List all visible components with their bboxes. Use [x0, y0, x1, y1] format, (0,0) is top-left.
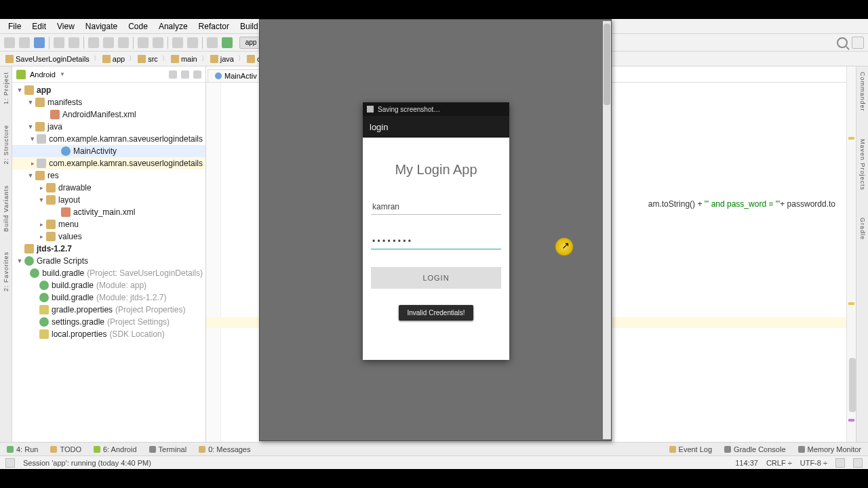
- inspections-icon[interactable]: [835, 458, 845, 468]
- tool-todo[interactable]: TODO: [47, 445, 84, 453]
- open-icon[interactable]: [4, 37, 15, 48]
- tree-node-res[interactable]: ▼res: [12, 169, 205, 182]
- emulator-scrollbar[interactable]: [603, 21, 611, 439]
- tree-node-app[interactable]: ▼app: [12, 84, 205, 96]
- redo-icon[interactable]: [68, 37, 79, 48]
- tree-node-main-activity[interactable]: MainActivity: [12, 145, 205, 157]
- toast-message: Invalid Credentials!: [399, 305, 473, 321]
- menu-code[interactable]: Code: [124, 20, 152, 33]
- gradle-icon: [39, 317, 49, 327]
- tool-memory-monitor[interactable]: Memory Monitor: [795, 445, 864, 453]
- tree-node-layout[interactable]: ▼layout: [12, 194, 205, 206]
- status-linecol[interactable]: 114:37: [735, 459, 758, 467]
- menu-build[interactable]: Build: [236, 20, 262, 33]
- left-tool-gutter: 1: Project 2: Structure Build Variants 2…: [0, 66, 12, 442]
- tree-node-build-gradle-jtds[interactable]: build.gradle(Module: jtds-1.2.7): [12, 291, 205, 304]
- tab-build-variants[interactable]: Build Variants: [3, 185, 9, 232]
- project-panel: Android ▼ ▼app ▼manifests AndroidManifes…: [12, 66, 206, 442]
- save-icon[interactable]: [19, 37, 30, 48]
- project-scope-selector[interactable]: Android: [30, 70, 56, 79]
- scrollbar-thumb[interactable]: [604, 24, 610, 105]
- tree-node-build-gradle-app[interactable]: build.gradle(Module: app): [12, 279, 205, 291]
- emulator-window[interactable]: Saving screenshot… login My Login App LO…: [259, 19, 612, 441]
- paste-icon[interactable]: [118, 37, 129, 48]
- menu-view[interactable]: View: [53, 20, 79, 33]
- tree-node-values[interactable]: ▸values: [12, 230, 205, 243]
- back-icon[interactable]: [172, 37, 183, 48]
- monitor-icon: [798, 446, 805, 453]
- tab-structure[interactable]: 2: Structure: [3, 125, 9, 165]
- tree-node-gradle-scripts[interactable]: ▼Gradle Scripts: [12, 255, 205, 267]
- search-icon[interactable]: [837, 37, 848, 48]
- tab-commander[interactable]: Commander: [859, 72, 866, 112]
- code-fragment: am.toString() + "' and pass_word = '"+ p…: [648, 199, 835, 209]
- breadcrumb-item[interactable]: java: [209, 54, 237, 64]
- menu-refactor[interactable]: Refactor: [195, 20, 233, 33]
- separator-icon: [202, 37, 203, 49]
- tab-favorites[interactable]: 2: Favorites: [3, 251, 9, 291]
- tree-node-package-test[interactable]: ▸com.example.kamran.saveuserlogindetails: [12, 157, 205, 169]
- breadcrumb-item[interactable]: app: [101, 54, 127, 64]
- tab-gradle[interactable]: Gradle: [859, 218, 866, 240]
- tree-node-menu[interactable]: ▸menu: [12, 218, 205, 230]
- tool-messages[interactable]: 0: Messages: [196, 445, 253, 453]
- tree-node-settings-gradle[interactable]: settings.gradle(Project Settings): [12, 316, 205, 328]
- menu-navigate[interactable]: Navigate: [81, 20, 121, 33]
- warning-marker-icon[interactable]: [848, 137, 854, 140]
- tree-node-gradle-properties[interactable]: gradle.properties(Project Properties): [12, 304, 205, 316]
- tree-node-java[interactable]: ▼java: [12, 121, 205, 133]
- account-icon[interactable]: [852, 37, 864, 49]
- tree-node-drawable[interactable]: ▸drawable: [12, 182, 205, 194]
- tree-node-manifests[interactable]: ▼manifests: [12, 96, 205, 108]
- breadcrumb-item[interactable]: SaveUserLoginDetails: [4, 54, 92, 64]
- find-icon[interactable]: [138, 37, 149, 48]
- menu-analyze[interactable]: Analyze: [155, 20, 192, 33]
- todo-marker-icon[interactable]: [848, 419, 854, 422]
- breadcrumb-item[interactable]: main: [170, 54, 200, 64]
- toolwindows-toggle-icon[interactable]: [5, 458, 15, 468]
- status-encoding[interactable]: UTF-8 ÷: [800, 459, 827, 467]
- tool-gradle-console[interactable]: Gradle Console: [722, 445, 788, 453]
- status-bar: Session 'app': running (today 4:40 PM) 1…: [0, 455, 868, 469]
- tool-run[interactable]: 4: Run: [4, 445, 41, 453]
- tool-event-log[interactable]: Event Log: [667, 445, 715, 453]
- status-eol[interactable]: CRLF ÷: [766, 459, 792, 467]
- undo-icon[interactable]: [54, 37, 64, 48]
- login-button[interactable]: LOGIN: [371, 267, 501, 289]
- hide-icon[interactable]: [193, 70, 201, 79]
- cut-icon[interactable]: [88, 37, 99, 48]
- tree-node-layout-file[interactable]: activity_main.xml: [12, 206, 205, 218]
- editor-marker-strip[interactable]: [846, 66, 856, 442]
- collapse-icon[interactable]: [169, 70, 177, 79]
- android-icon[interactable]: [222, 37, 233, 48]
- make-icon[interactable]: [207, 37, 218, 48]
- breadcrumb-item[interactable]: src: [136, 54, 161, 64]
- tab-main-activity[interactable]: MainActiv: [208, 69, 264, 82]
- settings-icon[interactable]: [181, 70, 189, 79]
- scrollbar-thumb[interactable]: [849, 358, 856, 412]
- project-tree[interactable]: ▼app ▼manifests AndroidManifest.xml ▼jav…: [12, 83, 205, 442]
- copy-icon[interactable]: [103, 37, 114, 48]
- lock-icon[interactable]: [853, 458, 863, 468]
- tree-node-manifest-file[interactable]: AndroidManifest.xml: [12, 108, 205, 121]
- tree-node-jtds[interactable]: jtds-1.2.7: [12, 243, 205, 255]
- tree-node-package[interactable]: ▼com.example.kamran.saveuserlogindetails: [12, 133, 205, 145]
- tool-terminal[interactable]: Terminal: [146, 445, 190, 453]
- forward-icon[interactable]: [187, 37, 198, 48]
- menu-file[interactable]: File: [4, 20, 25, 33]
- replace-icon[interactable]: [153, 37, 163, 48]
- folder-icon: [35, 98, 45, 107]
- username-input[interactable]: [371, 198, 501, 215]
- tab-project[interactable]: 1: Project: [3, 72, 9, 104]
- tool-android[interactable]: 6: Android: [91, 445, 140, 453]
- sync-icon[interactable]: [34, 37, 45, 48]
- folder-icon: [35, 171, 45, 180]
- xml-icon: [61, 207, 71, 217]
- tree-node-local-properties[interactable]: local.properties(SDK Location): [12, 328, 205, 340]
- android-icon: [16, 70, 26, 79]
- menu-edit[interactable]: Edit: [28, 20, 50, 33]
- warning-marker-icon[interactable]: [848, 302, 854, 305]
- password-input[interactable]: [371, 232, 501, 249]
- tree-node-build-gradle-project[interactable]: build.gradle(Project: SaveUserLoginDetai…: [12, 267, 205, 279]
- tab-maven[interactable]: Maven Projects: [859, 139, 866, 190]
